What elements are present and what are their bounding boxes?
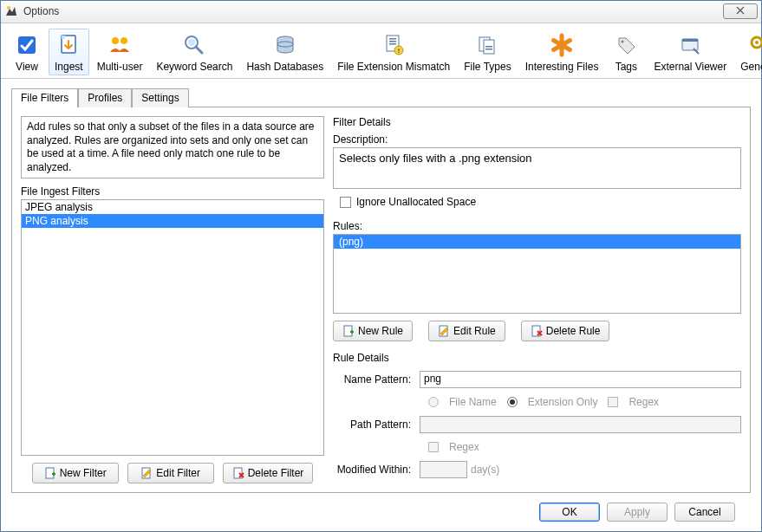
left-column: Add rules so that only a subset of the f… [21,116,324,483]
edit-rule-button[interactable]: Edit Rule [428,321,505,341]
toolbar-multiuser[interactable]: Multi-user [91,29,149,75]
toolbar-label: General [740,61,762,73]
delete-icon [232,467,244,479]
svg-rect-12 [389,43,396,45]
description-value: Selects only files with a .png extension [333,147,741,189]
ignore-unalloc-check: Ignore Unallocated Space [340,196,741,208]
ok-button[interactable]: OK [539,503,600,522]
checkbox-label: Regex [449,441,479,453]
edit-icon [438,325,450,337]
list-item[interactable]: (png) [334,235,740,249]
toolbar-label: File Extension Mismatch [337,61,450,73]
toolbar-label: Hash Databases [246,61,323,73]
checkbox-name-regex [608,397,618,407]
tag-icon [612,31,640,59]
titlebar: Options [1,1,761,23]
toolbar-filetypes[interactable]: File Types [458,29,517,75]
asterisk-icon [548,31,576,59]
svg-rect-17 [485,46,492,48]
toolbar-label: Multi-user [97,61,143,73]
cancel-button[interactable]: Cancel [674,503,735,522]
toolbar-label: View [16,61,38,73]
radio-label: File Name [449,396,497,408]
filters-list[interactable]: JPEG analysis PNG analysis [21,199,324,456]
close-icon [734,6,746,16]
toolbar-label: Keyword Search [156,61,232,73]
toolbar-interesting[interactable]: Interesting Files [519,29,605,75]
days-label: day(s) [471,464,499,476]
close-button[interactable] [723,3,758,19]
modified-within-label: Modified Within: [333,464,420,476]
edit-filter-button[interactable]: Edit Filter [127,463,214,483]
rule-details-label: Rule Details [333,352,741,364]
svg-point-23 [755,41,759,44]
toolbar-keyword[interactable]: Keyword Search [150,29,238,75]
edit-icon [140,467,153,479]
delete-rule-button[interactable]: Delete Rule [521,321,610,341]
new-filter-button[interactable]: New Filter [32,463,119,483]
button-label: Edit Filter [156,467,200,479]
radio-file-name [428,397,439,407]
toolbar-mismatch[interactable]: ! File Extension Mismatch [331,29,456,75]
app-icon [4,4,18,18]
description-label: Description: [333,133,741,146]
add-icon [44,467,56,479]
list-item[interactable]: JPEG analysis [22,200,323,214]
checkbox-path-regex [428,442,439,452]
radio-extension-only [507,397,518,407]
button-label: New Filter [60,467,107,479]
svg-point-6 [188,39,195,46]
database-icon [271,31,299,59]
toolbar: View Ingest Multi-user Keyword Search [1,23,761,79]
svg-point-19 [622,40,624,42]
name-pattern-label: Name Pattern: [333,373,420,386]
tab-settings[interactable]: Settings [132,88,188,107]
toolbar-ingest[interactable]: Ingest [49,29,89,75]
file-mismatch-icon: ! [380,31,407,59]
delete-icon [531,325,543,337]
help-text: Add rules so that only a subset of the f… [21,116,324,178]
tab-profiles[interactable]: Profiles [78,88,132,107]
add-icon [342,325,355,337]
button-label: New Rule [358,325,403,337]
apply-button[interactable]: Apply [607,503,668,522]
svg-point-0 [7,6,10,10]
path-pattern-label: Path Pattern: [333,418,420,431]
toolbar-external[interactable]: External Viewer [648,29,733,75]
gear-icon [746,31,762,59]
path-pattern-value [420,416,741,433]
delete-filter-button[interactable]: Delete Filter [223,463,314,483]
view-icon [13,31,41,59]
list-item[interactable]: PNG analysis [22,214,323,228]
window-title: Options [23,5,723,17]
toolbar-general[interactable]: General [734,29,762,75]
svg-rect-10 [389,38,396,40]
tab-file-filters[interactable]: File Filters [11,88,78,107]
toolbar-label: Ingest [55,61,83,73]
radio-label: Extension Only [528,396,598,408]
svg-rect-18 [485,49,492,50]
search-icon [180,31,208,59]
external-icon [676,31,704,59]
toolbar-hash[interactable]: Hash Databases [240,29,329,75]
rules-label: Rules: [333,220,741,232]
content: File Filters Profiles Settings Add rules… [1,79,761,531]
new-rule-button[interactable]: New Rule [333,321,413,341]
multiuser-icon [106,31,134,59]
options-window: Options View Ingest [0,0,762,532]
rules-list[interactable]: (png) [333,234,741,314]
checkbox-label: Ignore Unallocated Space [356,196,476,208]
filters-list-label: File Ingest Filters [21,185,324,198]
button-label: Edit Rule [453,325,496,337]
filter-details-label: Filter Details [333,116,741,128]
toolbar-view[interactable]: View [7,29,47,75]
name-pattern-value: png [420,371,741,388]
tab-panel: Add rules so that only a subset of the f… [11,107,751,493]
filetypes-icon [473,31,501,59]
toolbar-label: Interesting Files [525,61,599,73]
toolbar-label: Tags [615,61,637,73]
dialog-footer: OK Apply Cancel [11,493,751,531]
toolbar-tags[interactable]: Tags [606,29,646,75]
tabs: File Filters Profiles Settings [11,88,751,107]
modified-within-value [420,461,467,478]
